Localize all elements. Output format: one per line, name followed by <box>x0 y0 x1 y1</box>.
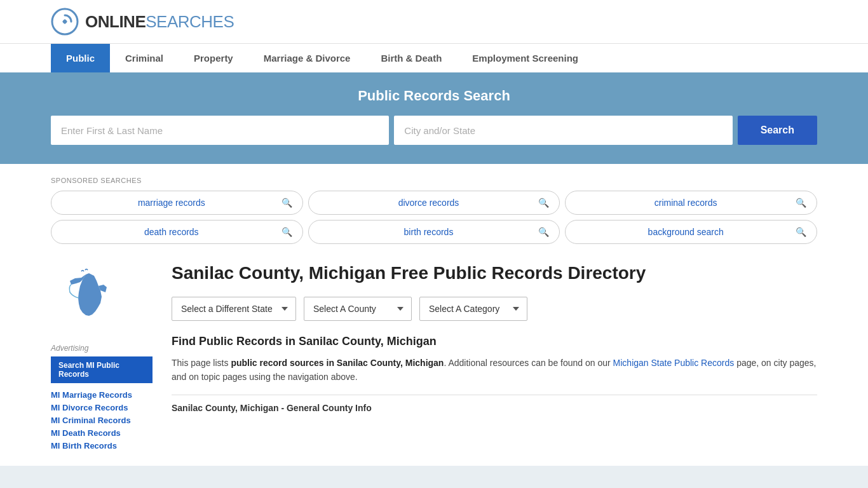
body-text: This page lists public record sources in… <box>172 356 817 384</box>
sponsored-item-background[interactable]: background search 🔍 <box>565 220 817 244</box>
sponsored-link-divorce[interactable]: divorce records <box>319 198 539 208</box>
hero-title: Public Records Search <box>51 88 817 104</box>
logo-searches: SEARCHES <box>146 12 234 32</box>
sponsored-item-criminal[interactable]: criminal records 🔍 <box>565 191 817 215</box>
sponsored-link-death[interactable]: death records <box>62 227 281 237</box>
search-icon-4: 🔍 <box>538 227 549 237</box>
logo-icon <box>51 8 79 36</box>
state-dropdown[interactable]: Select a Different State <box>172 297 296 321</box>
logo-text: ONLINE SEARCHES <box>85 12 234 32</box>
nav-item-property[interactable]: Property <box>179 44 248 72</box>
section-subhead: Sanilac County, Michigan - General Count… <box>172 403 372 413</box>
nav-item-marriage-divorce[interactable]: Marriage & Divorce <box>248 44 366 72</box>
sidebar-link-marriage[interactable]: MI Marriage Records <box>51 390 132 400</box>
main-content-area: Sanilac County, Michigan Free Public Rec… <box>172 262 817 453</box>
sponsored-item-marriage[interactable]: marriage records 🔍 <box>51 191 303 215</box>
body-text-1: This page lists <box>172 358 231 368</box>
sponsored-item-death[interactable]: death records 🔍 <box>51 220 303 244</box>
sidebar-link-divorce[interactable]: MI Divorce Records <box>51 403 128 412</box>
nav-item-employment[interactable]: Employment Screening <box>457 44 593 72</box>
search-icon-1: 🔍 <box>538 198 549 208</box>
sponsored-link-birth[interactable]: birth records <box>319 227 539 237</box>
michigan-map <box>51 262 127 332</box>
sidebar-link-birth[interactable]: MI Birth Records <box>51 441 117 451</box>
sponsored-item-divorce[interactable]: divorce records 🔍 <box>308 191 560 215</box>
sidebar-link-item: MI Criminal Records <box>51 415 153 425</box>
sidebar-link-item: MI Marriage Records <box>51 390 153 400</box>
search-icon-5: 🔍 <box>796 227 806 237</box>
search-icon-3: 🔍 <box>281 227 292 237</box>
name-input[interactable] <box>51 116 389 145</box>
nav-item-public[interactable]: Public <box>51 44 110 72</box>
sponsored-label: SPONSORED SEARCHES <box>51 177 817 184</box>
content-area: Advertising Search MI Public Records MI … <box>51 262 817 453</box>
header: ONLINE SEARCHES <box>0 0 868 43</box>
michigan-link[interactable]: Michigan State Public Records <box>613 358 735 368</box>
county-dropdown[interactable]: Select A County <box>304 297 412 321</box>
sponsored-link-criminal[interactable]: criminal records <box>576 198 796 208</box>
sidebar-link-criminal[interactable]: MI Criminal Records <box>51 416 131 425</box>
category-dropdown[interactable]: Select A Category <box>419 297 527 321</box>
nav-item-birth-death[interactable]: Birth & Death <box>365 44 457 72</box>
find-heading: Find Public Records in Sanilac County, M… <box>172 335 817 348</box>
body-text-2: . Additional resources can be found on o… <box>444 358 613 368</box>
main-nav: Public Criminal Property Marriage & Divo… <box>0 43 868 72</box>
section-divider: Sanilac County, Michigan - General Count… <box>172 395 817 413</box>
sponsored-grid: marriage records 🔍 divorce records 🔍 cri… <box>51 191 817 244</box>
logo-online: ONLINE <box>85 12 146 32</box>
body-bold-1: public record sources in Sanilac County,… <box>231 358 444 368</box>
search-bar: Search <box>51 116 817 145</box>
sponsored-link-background[interactable]: background search <box>576 227 796 237</box>
page-title: Sanilac County, Michigan Free Public Rec… <box>172 262 817 284</box>
sidebar-link-item: MI Birth Records <box>51 440 153 451</box>
search-button[interactable]: Search <box>738 116 817 145</box>
search-icon-0: 🔍 <box>281 198 292 208</box>
search-icon-2: 🔍 <box>796 198 806 208</box>
logo: ONLINE SEARCHES <box>51 8 234 36</box>
main-section: SPONSORED SEARCHES marriage records 🔍 di… <box>0 164 868 466</box>
sidebar: Advertising Search MI Public Records MI … <box>51 262 153 453</box>
sponsored-item-birth[interactable]: birth records 🔍 <box>308 220 560 244</box>
dropdowns-row: Select a Different State Select A County… <box>172 297 817 321</box>
sponsored-link-marriage[interactable]: marriage records <box>62 198 281 208</box>
hero-section: Public Records Search Search <box>0 72 868 164</box>
ad-button[interactable]: Search MI Public Records <box>51 356 153 383</box>
city-input[interactable] <box>394 116 732 145</box>
svg-point-1 <box>63 20 67 24</box>
sidebar-links: MI Marriage Records MI Divorce Records M… <box>51 390 153 451</box>
sidebar-link-item: MI Divorce Records <box>51 402 153 412</box>
sidebar-link-item: MI Death Records <box>51 428 153 438</box>
sidebar-link-death[interactable]: MI Death Records <box>51 428 121 438</box>
nav-item-criminal[interactable]: Criminal <box>110 44 179 72</box>
ad-label: Advertising <box>51 344 153 353</box>
